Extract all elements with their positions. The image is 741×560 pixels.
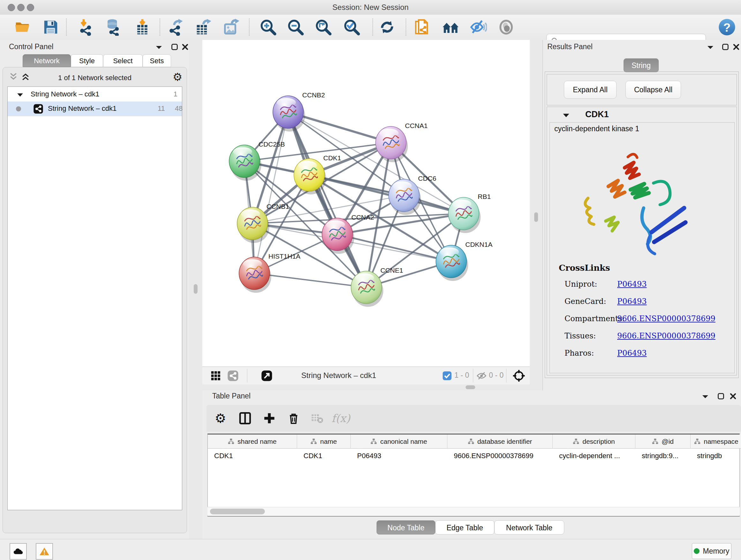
network-label: String Network – cdk1 bbox=[48, 105, 117, 113]
preview-eye-icon[interactable] bbox=[496, 17, 516, 37]
panel-close-icon[interactable] bbox=[732, 43, 740, 52]
window-title: Session: New Session bbox=[0, 3, 741, 12]
cloud-button[interactable] bbox=[10, 543, 27, 560]
node-label: CCNA2 bbox=[351, 213, 374, 221]
table-cell[interactable]: CDK1 bbox=[208, 449, 297, 463]
crosslink-value-link[interactable]: 9606.ENSP00000378699 bbox=[617, 314, 716, 323]
tab-string-results[interactable]: String bbox=[623, 58, 659, 72]
warning-button[interactable] bbox=[36, 543, 53, 560]
zoom-in-icon[interactable] bbox=[259, 17, 278, 37]
tab-edge-table[interactable]: Edge Table bbox=[435, 520, 494, 535]
crosslink-value-link[interactable]: P06493 bbox=[617, 297, 647, 306]
table-cell[interactable]: P06493 bbox=[351, 449, 448, 463]
open-folder-icon[interactable] bbox=[13, 17, 32, 37]
zoom-fit-icon[interactable] bbox=[314, 17, 333, 37]
column-header--id[interactable]: @id bbox=[635, 435, 690, 449]
import-database-icon[interactable] bbox=[104, 17, 123, 37]
table-settings-gear-icon[interactable]: ⚙ bbox=[211, 409, 230, 428]
tab-node-table[interactable]: Node Table bbox=[377, 520, 435, 535]
splitter-handle[interactable] bbox=[466, 385, 475, 389]
import-table-icon[interactable] bbox=[133, 17, 152, 37]
splitter-handle[interactable] bbox=[534, 212, 538, 222]
zoom-out-icon[interactable] bbox=[286, 17, 305, 37]
panel-collapse-icon[interactable] bbox=[155, 44, 163, 52]
panel-collapse-icon[interactable] bbox=[706, 44, 715, 52]
tree-expander-icon[interactable] bbox=[17, 92, 23, 98]
network-edge[interactable] bbox=[288, 112, 366, 287]
column-header-name[interactable]: name bbox=[297, 435, 351, 449]
export-image-icon[interactable] bbox=[221, 17, 241, 37]
section-expander-icon[interactable] bbox=[562, 112, 570, 118]
refresh-icon[interactable] bbox=[378, 17, 397, 37]
toolbar-separator bbox=[66, 18, 67, 36]
crosslink-value-link[interactable]: 9606.ENSP00000378699 bbox=[617, 331, 716, 340]
memory-status-icon bbox=[694, 548, 699, 554]
clone-network-icon[interactable] bbox=[413, 17, 432, 37]
birdseye-grid-icon[interactable] bbox=[208, 369, 223, 382]
node-table[interactable]: shared namenamecanonical namedatabase id… bbox=[207, 434, 740, 516]
save-icon[interactable] bbox=[41, 17, 60, 37]
column-header-shared-name[interactable]: shared name bbox=[208, 435, 297, 449]
column-header-description[interactable]: description bbox=[553, 435, 635, 449]
table-horizontal-scrollbar[interactable] bbox=[207, 507, 740, 516]
zoom-selected-icon[interactable] bbox=[342, 17, 361, 37]
network-edge[interactable] bbox=[254, 112, 288, 273]
column-header-canonical-name[interactable]: canonical name bbox=[351, 435, 448, 449]
panel-float-icon[interactable] bbox=[717, 392, 725, 401]
export-network-icon[interactable] bbox=[166, 17, 185, 37]
crosslink-row: Compartments:9606.ENSP00000378699 bbox=[564, 314, 731, 327]
open-in-browser-icon[interactable] bbox=[259, 369, 274, 382]
hide-show-icon[interactable] bbox=[469, 17, 488, 37]
column-header-namespace[interactable]: namespace bbox=[690, 435, 741, 449]
tab-network-table[interactable]: Network Table bbox=[494, 520, 564, 535]
selected-checkbox-icon[interactable] bbox=[442, 371, 452, 382]
memory-button[interactable]: Memory bbox=[692, 543, 731, 559]
tab-network[interactable]: Network bbox=[23, 54, 71, 67]
expand-all-button[interactable]: Expand All bbox=[564, 81, 616, 99]
network-view-title: String Network – cdk1 bbox=[301, 371, 376, 380]
add-column-icon[interactable] bbox=[260, 409, 279, 428]
help-icon[interactable]: ? bbox=[718, 17, 737, 37]
collapse-all-button[interactable]: Collapse All bbox=[625, 81, 681, 99]
splitter-network-table[interactable] bbox=[202, 384, 530, 390]
table-cell[interactable]: 9606.ENSP00000378699 bbox=[448, 449, 553, 463]
table-cell[interactable]: cyclin-dependent ... bbox=[553, 449, 635, 463]
column-type-icon bbox=[652, 438, 658, 445]
panel-float-icon[interactable] bbox=[722, 43, 729, 52]
panel-close-icon[interactable] bbox=[181, 43, 189, 52]
table-panel-title: Table Panel bbox=[212, 392, 251, 400]
string-network-graph[interactable]: CCNB2CCNA1CDC25BCDK1CDC6RB1CCNB1CCNA2CDK… bbox=[202, 40, 530, 367]
node-label: CCNB1 bbox=[266, 203, 289, 210]
network-canvas[interactable]: CCNB2CCNA1CDC25BCDK1CDC6RB1CCNB1CCNA2CDK… bbox=[202, 40, 530, 367]
network-edge[interactable] bbox=[309, 175, 464, 213]
table-cell[interactable]: stringdb:9... bbox=[635, 449, 690, 463]
network-list-box: 1 of 1 Network selected ⚙ String Network… bbox=[3, 67, 187, 533]
table-cell[interactable]: stringdb bbox=[690, 449, 741, 463]
delete-column-icon[interactable] bbox=[284, 409, 303, 428]
scrollbar-thumb[interactable] bbox=[210, 509, 265, 514]
tab-select[interactable]: Select bbox=[103, 54, 143, 67]
network-options-gear-icon[interactable]: ⚙ bbox=[173, 71, 182, 83]
panel-float-icon[interactable] bbox=[171, 43, 179, 52]
cytoscape-window: { "window": { "title": "Session: New Ses… bbox=[0, 0, 741, 560]
string-tab-icon[interactable] bbox=[225, 369, 241, 382]
network-collection-row[interactable]: String Network – cdk1 1 bbox=[8, 87, 182, 102]
table-cell[interactable]: CDK1 bbox=[297, 449, 351, 463]
show-columns-icon[interactable] bbox=[236, 409, 254, 428]
network-row-selected[interactable]: String Network – cdk1 11 48 bbox=[8, 102, 182, 116]
export-table-icon[interactable] bbox=[194, 17, 213, 37]
crosslink-value-link[interactable]: P06493 bbox=[617, 280, 647, 289]
panel-collapse-icon[interactable] bbox=[701, 393, 710, 401]
node-gloss bbox=[243, 259, 262, 268]
tab-style[interactable]: Style bbox=[71, 54, 103, 67]
crosslink-row: Pharos:P06493 bbox=[564, 349, 731, 361]
splitter-control-network[interactable] bbox=[189, 40, 202, 539]
crosslink-value-link[interactable]: P06493 bbox=[617, 349, 647, 358]
home-network-icon[interactable] bbox=[441, 17, 460, 37]
splitter-handle[interactable] bbox=[194, 284, 198, 294]
column-header-database-identifier[interactable]: database identifier bbox=[448, 435, 553, 449]
import-network-icon[interactable] bbox=[77, 17, 96, 37]
tab-sets[interactable]: Sets bbox=[143, 54, 171, 67]
panel-close-icon[interactable] bbox=[729, 392, 737, 401]
fit-selection-crosshair-icon[interactable] bbox=[513, 369, 525, 383]
